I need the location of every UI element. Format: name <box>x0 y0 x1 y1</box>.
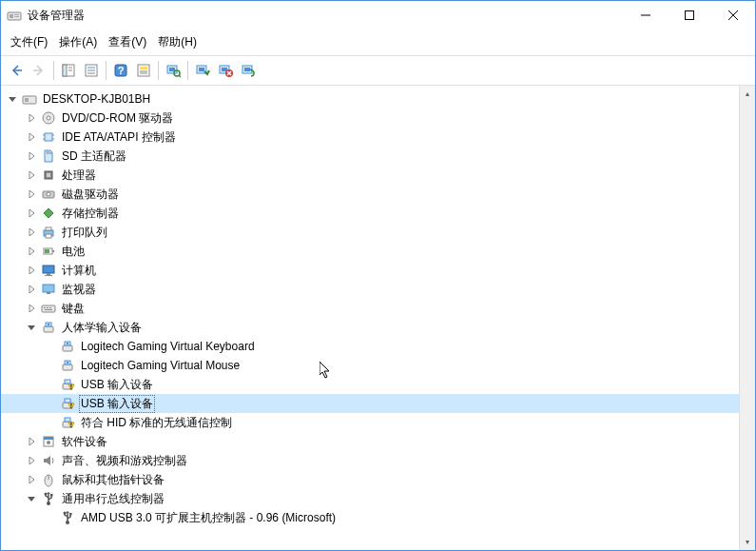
expand-icon[interactable] <box>24 225 39 240</box>
menu-action[interactable]: 操作(A) <box>53 31 103 53</box>
app-icon <box>7 9 22 22</box>
expand-icon[interactable] <box>24 110 39 126</box>
tree-node-label: USB 输入设备 <box>79 395 155 413</box>
tree-node-hid2[interactable]: Logitech Gaming Virtual Mouse <box>1 356 739 375</box>
tree-node-hid5[interactable]: !符合 HID 标准的无线通信控制 <box>1 413 739 432</box>
tree-node-root[interactable]: DESKTOP-KJB01BH <box>1 89 739 108</box>
expand-icon[interactable] <box>24 187 39 202</box>
expand-icon[interactable] <box>24 167 39 183</box>
menu-view[interactable]: 查看(V) <box>103 31 152 53</box>
tree-node-ide[interactable]: IDE ATA/ATAPI 控制器 <box>1 128 739 147</box>
action-button[interactable] <box>132 59 155 82</box>
tree-node-label: DESKTOP-KJB01BH <box>41 92 152 106</box>
collapse-icon[interactable] <box>24 320 39 335</box>
tree-node-hid1[interactable]: Logitech Gaming Virtual Keyboard <box>1 337 739 356</box>
svg-rect-58 <box>47 273 50 275</box>
hid-icon <box>60 358 75 373</box>
help-button[interactable]: ? <box>109 59 132 82</box>
expand-icon[interactable] <box>24 472 39 487</box>
tree-node-sd[interactable]: SD 主适配器 <box>1 147 739 166</box>
svg-point-50 <box>47 192 50 196</box>
tree-node-hid[interactable]: 人体学输入设备 <box>1 318 739 337</box>
svg-rect-60 <box>43 285 54 292</box>
window-title: 设备管理器 <box>28 8 624 24</box>
tree-node-battery[interactable]: 电池 <box>1 242 739 261</box>
tree-node-keyboard[interactable]: 键盘 <box>1 299 739 318</box>
usb-icon <box>60 510 75 525</box>
monitor2-icon <box>41 282 56 297</box>
svg-rect-1 <box>10 14 13 18</box>
svg-rect-18 <box>138 65 149 76</box>
collapse-icon[interactable] <box>5 91 20 107</box>
tree-node-disk[interactable]: 磁盘驱动器 <box>1 185 739 204</box>
tree-node-label: DVD/CD-ROM 驱动器 <box>60 110 175 127</box>
tree-node-storage[interactable]: 存储控制器 <box>1 204 739 223</box>
menu-help[interactable]: 帮助(H) <box>152 31 203 53</box>
hid-icon <box>60 339 75 354</box>
scan-button[interactable] <box>162 59 184 82</box>
expand-icon[interactable] <box>24 301 39 316</box>
expand-icon[interactable] <box>24 129 39 145</box>
maximize-button[interactable] <box>668 1 711 30</box>
menubar: 文件(F) 操作(A) 查看(V) 帮助(H) <box>1 30 755 56</box>
scroll-down-icon[interactable]: ▾ <box>740 534 755 550</box>
hid-warn-icon: ! <box>60 415 75 430</box>
svg-point-87 <box>47 441 50 444</box>
tree-node-cpu[interactable]: 处理器 <box>1 166 739 185</box>
toolbar-separator <box>158 61 159 80</box>
tree-node-monitor[interactable]: 监视器 <box>1 280 739 299</box>
svg-rect-59 <box>45 275 52 276</box>
tree-node-label: 鼠标和其他指针设备 <box>60 472 166 488</box>
tree-node-computer[interactable]: 计算机 <box>1 261 739 280</box>
tree-node-hid3[interactable]: !USB 输入设备 <box>1 375 739 394</box>
close-button[interactable] <box>711 1 755 30</box>
expand-icon[interactable] <box>24 434 39 449</box>
show-hide-tree-button[interactable] <box>57 59 80 82</box>
svg-text:!: ! <box>70 403 72 409</box>
expand-icon[interactable] <box>24 148 39 164</box>
properties-button[interactable] <box>80 59 103 82</box>
svg-rect-9 <box>63 65 67 76</box>
titlebar: 设备管理器 <box>1 1 755 30</box>
tree-node-label: 键盘 <box>60 301 87 317</box>
svg-rect-86 <box>44 437 53 440</box>
device-tree[interactable]: DESKTOP-KJB01BHDVD/CD-ROM 驱动器IDE ATA/ATA… <box>1 86 739 550</box>
hid-warn-icon: ! <box>60 377 75 392</box>
tree-node-label: USB 输入设备 <box>79 377 155 393</box>
storage-icon <box>41 206 56 221</box>
svg-text:!: ! <box>70 422 72 428</box>
uninstall-button[interactable] <box>214 59 237 82</box>
tree-node-dvd[interactable]: DVD/CD-ROM 驱动器 <box>1 108 739 128</box>
svg-rect-70 <box>63 345 72 351</box>
vertical-scrollbar[interactable]: ▴ ▾ <box>739 86 755 550</box>
minimize-button[interactable] <box>624 1 668 30</box>
tree-node-usb[interactable]: 通用串行总线控制器 <box>1 489 739 508</box>
menu-file[interactable]: 文件(F) <box>5 31 53 53</box>
forward-button[interactable] <box>28 59 50 82</box>
tree-node-label: SD 主适配器 <box>60 148 128 165</box>
tree-node-software[interactable]: 软件设备 <box>1 432 739 451</box>
expand-icon[interactable] <box>24 263 39 278</box>
content-area: DESKTOP-KJB01BHDVD/CD-ROM 驱动器IDE ATA/ATA… <box>1 86 755 550</box>
tree-node-hid4[interactable]: !USB 输入设备 <box>1 394 739 413</box>
expand-icon[interactable] <box>24 282 39 297</box>
tree-node-label: 声音、视频和游戏控制器 <box>60 453 189 469</box>
expand-icon[interactable] <box>24 206 39 221</box>
device-manager-window: 设备管理器 文件(F) 操作(A) 查看(V) 帮助(H) ? DESKTOP-… <box>0 0 756 551</box>
back-button[interactable] <box>5 59 28 82</box>
expand-icon[interactable] <box>24 453 39 468</box>
toolbar: ? <box>1 56 755 86</box>
tree-node-print[interactable]: 打印队列 <box>1 223 739 242</box>
hid-warn-icon: ! <box>60 396 75 411</box>
tree-node-usb1[interactable]: AMD USB 3.0 可扩展主机控制器 - 0.96 (Microsoft) <box>1 508 739 527</box>
tree-node-audio[interactable]: 声音、视频和游戏控制器 <box>1 451 739 470</box>
collapse-icon[interactable] <box>24 491 39 506</box>
svg-rect-27 <box>199 68 204 71</box>
enable-button[interactable] <box>191 59 214 82</box>
monitor-icon <box>41 263 56 278</box>
tree-node-mouse[interactable]: 鼠标和其他指针设备 <box>1 470 739 489</box>
tree-node-label: 打印队列 <box>60 225 109 241</box>
update-driver-button[interactable] <box>237 59 260 82</box>
expand-icon[interactable] <box>24 244 39 259</box>
scroll-up-icon[interactable]: ▴ <box>740 86 755 102</box>
